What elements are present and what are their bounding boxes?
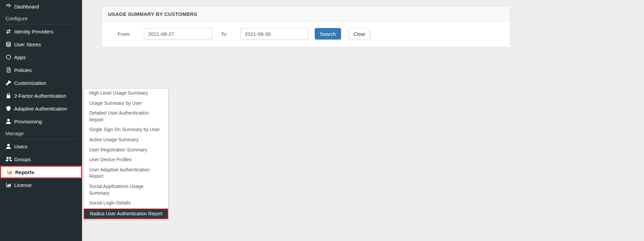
sidebar-item-label: Groups	[14, 156, 78, 162]
submenu-item-user-registration-summary[interactable]: User Registration Summary	[84, 145, 168, 155]
lock-icon	[5, 93, 14, 99]
sidebar-item-label: Reports	[15, 169, 77, 175]
user-icon	[5, 118, 14, 124]
submenu-item-user-adaptive-auth-report[interactable]: User Adaptive Authentication Report	[84, 165, 168, 181]
sidebar-item-groups[interactable]: Groups	[0, 153, 82, 166]
sidebar-item-label: User Stores	[14, 42, 78, 47]
sidebar-item-label: 2-Factor Authentication	[14, 93, 78, 99]
sidebar-section-configure: Configure	[0, 13, 82, 23]
submenu-item-sso-summary-by-user[interactable]: Single Sign On Summary by User	[84, 125, 168, 135]
search-button[interactable]: Search	[315, 28, 341, 40]
sidebar-item-provisioning[interactable]: Provisioning	[0, 115, 82, 128]
user-icon	[5, 143, 14, 149]
reports-submenu: High Level Usage Summary Usage Summary b…	[83, 88, 169, 219]
sidebar-item-customization[interactable]: Customization	[0, 76, 82, 89]
exchange-icon	[5, 28, 14, 34]
to-date-input[interactable]	[240, 28, 309, 40]
document-icon	[5, 67, 14, 73]
sidebar-item-apps[interactable]: Apps	[0, 51, 82, 64]
sidebar-item-label: License	[14, 182, 78, 188]
usage-summary-panel: USAGE SUMMARY BY CUSTOMERS From: To: Sea…	[102, 6, 510, 47]
panel-body: From: To: Search Clear	[102, 22, 510, 47]
sidebar-item-license[interactable]: License	[0, 178, 82, 191]
clear-button[interactable]: Clear	[349, 28, 371, 40]
sidebar-item-identity-providers[interactable]: Identity Providers	[0, 25, 82, 38]
panel-title: USAGE SUMMARY BY CUSTOMERS	[108, 11, 504, 17]
sidebar: Dashboard Configure Identity Providers U…	[0, 0, 82, 241]
sidebar-item-adaptive-auth[interactable]: Adaptive Authentication	[0, 102, 82, 115]
from-date-input[interactable]	[144, 28, 212, 40]
database-icon	[5, 41, 14, 47]
submenu-item-high-level-usage-summary[interactable]: High Level Usage Summary	[84, 89, 168, 98]
sidebar-item-2fa[interactable]: 2-Factor Authentication	[0, 89, 82, 102]
submenu-item-detailed-user-auth-report[interactable]: Detailed User Authentication Report	[84, 109, 168, 124]
sidebar-item-label: Dashboard	[14, 4, 78, 9]
sidebar-item-users[interactable]: Users	[0, 140, 82, 153]
users-icon	[5, 156, 14, 162]
wrench-icon	[5, 80, 14, 86]
sidebar-item-policies[interactable]: Policies	[0, 64, 82, 76]
sidebar-item-label: Provisioning	[14, 119, 78, 124]
sidebar-item-dashboard[interactable]: Dashboard	[0, 0, 82, 13]
submenu-item-active-usage-summary[interactable]: Active Usage Summary	[84, 135, 168, 145]
from-label: From:	[118, 31, 138, 37]
sidebar-item-reports[interactable]: Reports	[0, 166, 82, 178]
submenu-item-social-login-details[interactable]: Social Login Details	[84, 198, 168, 208]
sidebar-item-label: Policies	[14, 67, 78, 73]
submenu-item-social-apps-usage-summary[interactable]: Social Applications Usage Summary	[84, 182, 168, 198]
sidebar-section-manage: Manage	[0, 128, 82, 138]
divider	[3, 139, 79, 139]
to-label: To:	[221, 31, 234, 37]
sidebar-item-label: Adaptive Authentication	[14, 106, 78, 112]
sidebar-item-label: Users	[14, 144, 78, 149]
sidebar-item-label: Identity Providers	[14, 29, 78, 34]
sidebar-item-user-stores[interactable]: User Stores	[0, 38, 82, 51]
submenu-item-usage-summary-by-user[interactable]: Usage Summary by User	[84, 99, 168, 108]
submenu-item-user-device-profiles[interactable]: User Device Profiles	[84, 155, 168, 165]
dashboard-icon	[5, 3, 14, 9]
sidebar-item-label: Apps	[14, 54, 78, 60]
panel-header: USAGE SUMMARY BY CUSTOMERS	[102, 6, 510, 22]
cube-icon	[5, 54, 14, 60]
area-chart-icon	[6, 169, 15, 175]
submenu-item-radius-user-auth-report[interactable]: Radius User Authentication Report	[84, 209, 168, 219]
divider	[3, 24, 79, 24]
area-chart-icon	[5, 182, 14, 188]
shield-icon	[5, 105, 14, 112]
sidebar-item-label: Customization	[14, 80, 78, 86]
